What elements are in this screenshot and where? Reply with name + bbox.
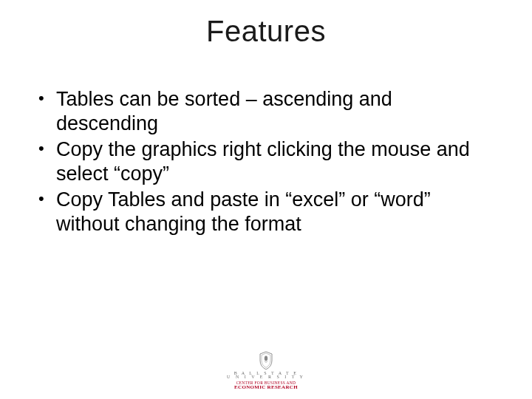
list-item: Copy the graphics right clicking the mou… <box>35 137 494 186</box>
university-seal-icon <box>258 351 274 370</box>
list-item: Tables can be sorted – ascending and des… <box>35 87 494 136</box>
footer-university-name-2: U N I V E R S I T Y <box>227 375 305 379</box>
footer-center-name-2: ECONOMIC RESEARCH <box>234 384 298 390</box>
footer-logo: B A L L S T A T E U N I V E R S I T Y CE… <box>0 351 532 390</box>
svg-point-0 <box>265 356 267 361</box>
slide: Features Tables can be sorted – ascendin… <box>0 0 532 399</box>
slide-title: Features <box>0 15 532 48</box>
bullet-list: Tables can be sorted – ascending and des… <box>35 87 494 236</box>
slide-body: Tables can be sorted – ascending and des… <box>35 87 494 238</box>
list-item: Copy Tables and paste in “excel” or “wor… <box>35 188 494 236</box>
